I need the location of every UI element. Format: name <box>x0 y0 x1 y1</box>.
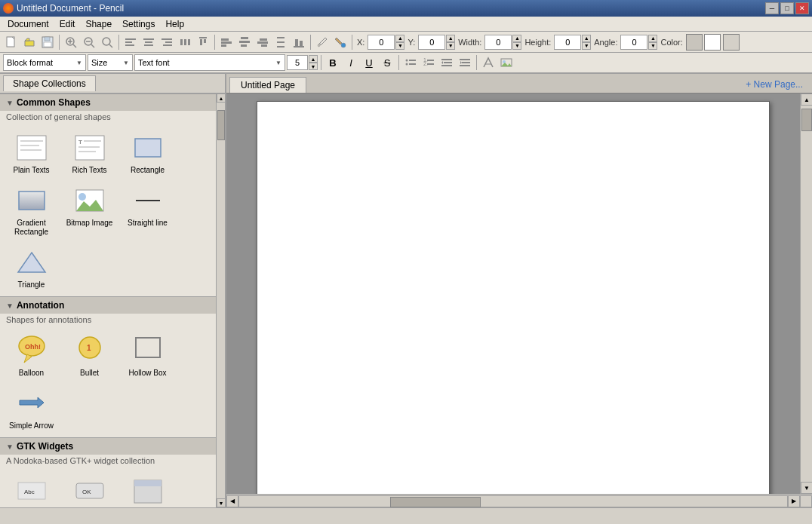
font-size-up[interactable]: ▲ <box>309 55 318 63</box>
shape-gradient-rectangle[interactable]: Gradient Rectangle <box>3 180 60 241</box>
align-right-button[interactable] <box>158 34 175 51</box>
font-size-spin[interactable]: ▲ ▼ <box>287 55 318 70</box>
width-spin[interactable]: ▲ ▼ <box>484 35 521 50</box>
shape-rectangle[interactable]: Rectangle <box>119 127 176 179</box>
zoom-out-button[interactable] <box>81 34 97 51</box>
height-spin-down[interactable]: ▼ <box>582 42 591 50</box>
x-spin-down[interactable]: ▼ <box>395 42 404 50</box>
x-input[interactable] <box>368 35 395 50</box>
svg-text:OK: OK <box>82 489 91 495</box>
width-input[interactable] <box>484 35 512 50</box>
background-color[interactable] <box>723 34 740 51</box>
x-spin-up[interactable]: ▲ <box>395 35 404 42</box>
bottom-scroll-left[interactable]: ◀ <box>226 495 238 507</box>
size-dropdown[interactable]: Size ▼ <box>88 54 133 71</box>
annotation-header: ▼ Annotation <box>0 296 216 314</box>
y-spin-up[interactable]: ▲ <box>446 35 455 42</box>
shape-rectangle-label: Rectangle <box>131 166 165 175</box>
shape-straight-line[interactable]: Straight line <box>119 180 176 241</box>
block-format-dropdown[interactable]: Block format ▼ <box>3 54 86 71</box>
shape-panel-widget[interactable]: Panel <box>119 471 176 507</box>
underline-button[interactable]: U <box>361 54 377 71</box>
right-scroll-thumb[interactable] <box>801 109 812 131</box>
height-spin[interactable]: ▲ ▼ <box>554 35 591 50</box>
align-vright-button[interactable] <box>254 34 271 51</box>
color-swatch[interactable] <box>686 34 703 51</box>
distribute-bottom-button[interactable] <box>291 34 307 51</box>
angle-input[interactable] <box>620 35 647 50</box>
outdent-button[interactable] <box>457 54 473 71</box>
annotation-collapse-icon[interactable]: ▼ <box>6 302 14 310</box>
close-button[interactable]: ✕ <box>795 2 809 14</box>
shape-triangle[interactable]: Triangle <box>3 242 60 293</box>
unordered-list-button[interactable] <box>402 54 419 71</box>
y-spin[interactable]: ▲ ▼ <box>418 35 455 50</box>
shape-label-widget[interactable]: Abc Label <box>3 471 60 507</box>
shape-balloon[interactable]: Ohh! Balloon <box>3 330 60 382</box>
align-top-button[interactable] <box>195 34 211 51</box>
new-page-button[interactable]: + New Page... <box>740 76 809 93</box>
left-scroll-up[interactable]: ▲ <box>217 93 225 103</box>
width-spin-down[interactable]: ▼ <box>512 42 521 50</box>
bottom-scroll-thumb[interactable] <box>390 497 481 507</box>
common-collapse-icon[interactable]: ▼ <box>6 99 14 107</box>
maximize-button[interactable]: □ <box>780 2 794 14</box>
foreground-color[interactable] <box>704 34 721 51</box>
italic-button[interactable]: I <box>343 54 359 71</box>
new-button[interactable] <box>3 34 20 51</box>
distribute-h-button[interactable] <box>177 34 193 51</box>
shape-button-widget[interactable]: OK Button <box>61 471 118 507</box>
menu-document[interactable]: Document <box>3 17 54 31</box>
gtk-collapse-icon[interactable]: ▼ <box>6 443 14 451</box>
right-scroll-down[interactable]: ▼ <box>801 482 812 494</box>
shape-tab-label[interactable]: Shape Collections <box>3 75 96 91</box>
left-scroll-down[interactable]: ▼ <box>217 498 225 507</box>
paint-bucket-button[interactable] <box>332 34 349 51</box>
width-spin-up[interactable]: ▲ <box>512 35 521 42</box>
right-scroll-up[interactable]: ▲ <box>801 93 812 106</box>
zoom-fit-button[interactable] <box>99 34 115 51</box>
align-center-button[interactable] <box>140 34 157 51</box>
image-button[interactable] <box>498 54 515 71</box>
menu-help[interactable]: Help <box>161 17 189 31</box>
shape-simple-arrow[interactable]: Simple Arrow <box>3 383 60 434</box>
menu-settings[interactable]: Settings <box>118 17 159 31</box>
open-button[interactable] <box>21 34 38 51</box>
menu-edit[interactable]: Edit <box>55 17 80 31</box>
font-size-input[interactable] <box>287 55 308 70</box>
untitled-page-tab[interactable]: Untitled Page <box>229 77 306 93</box>
shape-rich-texts[interactable]: T Rich Texts <box>61 127 118 179</box>
zoom-in-button[interactable] <box>63 34 79 51</box>
height-spin-up[interactable]: ▲ <box>582 35 591 42</box>
align-vcenter-button[interactable] <box>236 34 253 51</box>
ordered-list-button[interactable]: 1.2. <box>420 54 437 71</box>
angle-spin[interactable]: ▲ ▼ <box>620 35 657 50</box>
bold-button[interactable]: B <box>324 54 341 71</box>
shape-hollow-box[interactable]: Hollow Box <box>119 330 176 382</box>
save-button[interactable] <box>39 34 56 51</box>
shape-bitmap-image[interactable]: Bitmap Image <box>61 180 118 241</box>
left-scroll-thumb[interactable] <box>217 110 225 140</box>
distribute-v-button[interactable] <box>272 34 289 51</box>
x-spin[interactable]: ▲ ▼ <box>368 35 404 50</box>
align-left-button[interactable] <box>122 34 139 51</box>
indent-button[interactable] <box>438 54 455 71</box>
angle-spin-up[interactable]: ▲ <box>648 35 657 42</box>
pen-tool-button[interactable] <box>480 54 497 71</box>
shape-plain-texts[interactable]: Plain Texts <box>3 127 60 179</box>
pencil-tool-button[interactable] <box>314 34 331 51</box>
canvas-scroll-area[interactable] <box>226 93 800 494</box>
strikethrough-button[interactable]: S <box>379 54 395 71</box>
angle-spin-down[interactable]: ▼ <box>648 42 657 50</box>
font-size-down[interactable]: ▼ <box>309 63 318 70</box>
y-input[interactable] <box>418 35 445 50</box>
main-area: Shape Collections ▼ Common Shapes Collec… <box>0 74 812 507</box>
text-font-dropdown[interactable]: Text font ▼ <box>134 54 285 71</box>
align-vleft-button[interactable] <box>218 34 235 51</box>
y-spin-down[interactable]: ▼ <box>446 42 455 50</box>
minimize-button[interactable]: ─ <box>765 2 779 14</box>
bottom-scroll-right[interactable]: ▶ <box>788 495 800 507</box>
height-input[interactable] <box>554 35 581 50</box>
menu-shape[interactable]: Shape <box>81 17 116 31</box>
shape-bullet[interactable]: 1 Bullet <box>61 330 118 382</box>
